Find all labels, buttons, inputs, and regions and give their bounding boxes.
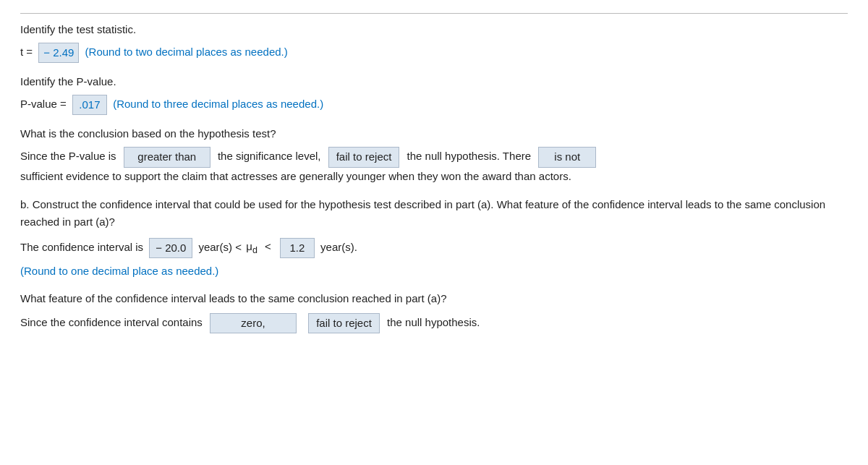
fail-to-reject-dropdown[interactable]: fail to reject [328, 147, 400, 168]
section-feature: What feature of the confidence interval … [20, 290, 848, 333]
section-confidence-interval: b. Construct the confidence interval tha… [20, 196, 848, 280]
ci-mu: μd [246, 240, 258, 252]
conclusion-part3: the null hypothesis. There [407, 150, 532, 162]
feature-question: What feature of the confidence interval … [20, 290, 848, 307]
pval-note: (Round to three decimal places as needed… [113, 98, 323, 110]
feature-part3: the null hypothesis. [387, 315, 480, 328]
is-not-dropdown[interactable]: is not [538, 147, 596, 168]
ci-note: (Round to one decimal place as needed.) [20, 263, 848, 280]
conclusion-paragraph: Since the P-value is greater than the si… [20, 147, 848, 186]
ci-upper-box[interactable]: 1.2 [280, 238, 315, 258]
t-value-box[interactable]: − 2.49 [38, 43, 79, 63]
conclusion-part4: sufficient evidence to support the claim… [20, 170, 571, 182]
ci-intro: The confidence interval is [20, 240, 143, 252]
ci-lower-box[interactable]: − 20.0 [149, 238, 192, 258]
ci-unit1: year(s) < [198, 240, 242, 252]
ci-mu-sub: d [252, 245, 258, 255]
pval-label: P-value = [20, 98, 67, 110]
conclusion-part1: Since the P-value is [20, 150, 116, 162]
section-test-statistic: Identify the test statistic. t = − 2.49 … [20, 13, 848, 63]
identify-pval-label: Identify the P-value. [20, 73, 848, 90]
feature-paragraph: Since the confidence interval contains z… [20, 313, 848, 333]
question-b-text: b. Construct the confidence interval tha… [20, 196, 848, 231]
section-conclusion: What is the conclusion based on the hypo… [20, 125, 848, 186]
t-label: t = [20, 46, 33, 58]
identify-stat-label: Identify the test statistic. [20, 21, 848, 38]
section-pvalue: Identify the P-value. P-value = .017 (Ro… [20, 73, 848, 115]
t-note: (Round to two decimal places as needed.) [85, 46, 288, 58]
feature-zero-dropdown[interactable]: zero, [210, 313, 297, 333]
ci-lt: < [265, 240, 271, 252]
pval-value-box[interactable]: .017 [72, 95, 107, 115]
pval-line: P-value = .017 (Round to three decimal p… [20, 95, 848, 115]
conclusion-question: What is the conclusion based on the hypo… [20, 125, 848, 142]
ci-line: The confidence interval is − 20.0 year(s… [20, 238, 848, 258]
t-stat-line: t = − 2.49 (Round to two decimal places … [20, 43, 848, 63]
ci-unit2: year(s). [320, 240, 357, 252]
conclusion-part2: the significance level, [218, 150, 321, 162]
greater-than-dropdown[interactable]: greater than [124, 147, 210, 168]
feature-part1: Since the confidence interval contains [20, 315, 203, 328]
feature-fail-reject-dropdown[interactable]: fail to reject [308, 313, 380, 333]
